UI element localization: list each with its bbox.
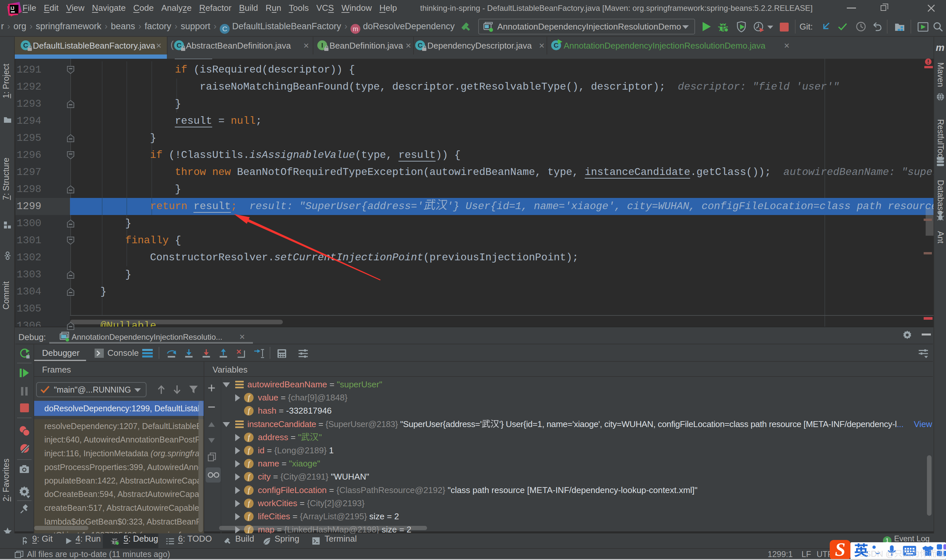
svg-text:IJ: IJ xyxy=(11,6,14,11)
